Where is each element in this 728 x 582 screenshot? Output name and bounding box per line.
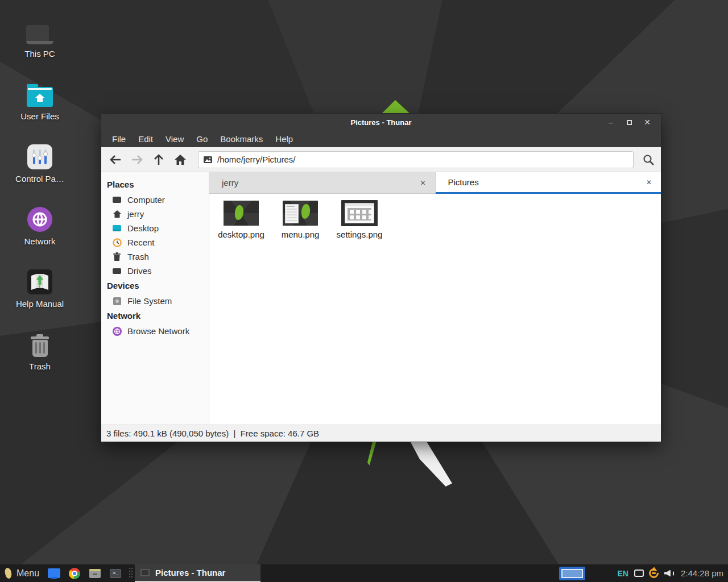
desktop-icon-label: Trash xyxy=(29,361,51,371)
back-icon xyxy=(110,155,121,164)
file-name: menu.png xyxy=(282,230,320,239)
desktop-icon-label: This PC xyxy=(24,49,55,59)
sidebar-item-label: Recent xyxy=(127,238,155,247)
thunar-window: Pictures - Thunar – ✕ File Edit View Go … xyxy=(101,114,661,442)
status-text: 3 files: 490.1 kB (490,050 bytes) | Free… xyxy=(106,429,319,438)
window-controls: – ✕ xyxy=(602,114,656,131)
desktop-icon-label: User Files xyxy=(20,111,59,121)
sidebar-item-desktop[interactable]: Desktop xyxy=(101,221,209,235)
map-arrow-glyph xyxy=(30,273,49,290)
thunar-task-icon xyxy=(140,569,150,576)
file-desktop-png[interactable]: desktop.png xyxy=(213,199,270,239)
image-icon xyxy=(204,156,212,163)
sidebar-item-label: Trash xyxy=(127,252,149,261)
file-menu-png[interactable]: menu.png xyxy=(272,199,329,239)
sidebar-item-jerry[interactable]: jerry xyxy=(101,207,209,221)
file-settings-png[interactable]: settings.png xyxy=(331,199,388,239)
desktop-icon-control-panel[interactable]: Control Pa… xyxy=(9,140,71,199)
titlebar[interactable]: Pictures - Thunar – ✕ xyxy=(101,114,661,131)
desktop-icon xyxy=(112,223,122,233)
tab-close-icon[interactable]: ✕ xyxy=(418,178,427,188)
search-button[interactable] xyxy=(636,147,661,172)
menu-file[interactable]: File xyxy=(106,132,132,146)
desktop-icon-network[interactable]: Network xyxy=(9,202,71,261)
maximize-icon xyxy=(627,120,632,125)
help-manual-icon xyxy=(27,265,52,294)
menu-bookmarks[interactable]: Bookmarks xyxy=(214,132,269,146)
tab-bar: jerry ✕ Pictures ✕ xyxy=(209,172,661,194)
task-button-thunar[interactable]: Pictures - Thunar xyxy=(135,564,260,582)
sidebar-item-label: Drives xyxy=(127,266,152,276)
sidebar-item-label: Computer xyxy=(127,195,165,205)
show-desktop-button[interactable] xyxy=(47,564,61,582)
up-button[interactable] xyxy=(148,149,169,171)
menu-help[interactable]: Help xyxy=(269,132,299,146)
minimize-button[interactable]: – xyxy=(602,114,620,131)
sidebar-item-computer[interactable]: Computer xyxy=(101,193,209,207)
sidebar-item-label: File System xyxy=(127,296,172,306)
tab-close-icon[interactable]: ✕ xyxy=(644,177,653,188)
window-body: Places Computer jerry Desktop xyxy=(101,172,661,425)
desktop-icon-user-files[interactable]: User Files xyxy=(9,77,71,136)
menu-view[interactable]: View xyxy=(159,132,190,146)
tab-label: Pictures xyxy=(448,177,644,187)
sidebar-item-browse-network[interactable]: Browse Network xyxy=(101,324,209,338)
close-button[interactable]: ✕ xyxy=(638,114,656,131)
desktop-icon-label: Network xyxy=(24,236,55,246)
terminal-launcher[interactable]: >_ xyxy=(109,564,122,582)
path-bar[interactable]: /home/jerry/Pictures/ xyxy=(198,151,634,168)
update-manager-icon[interactable] xyxy=(647,567,660,580)
task-button-label: Pictures - Thunar xyxy=(155,568,225,577)
sidebar-item-trash[interactable]: Trash xyxy=(101,250,209,264)
back-button[interactable] xyxy=(105,149,126,171)
tab-pictures[interactable]: Pictures ✕ xyxy=(436,172,661,194)
clock[interactable]: 2:44:28 pm xyxy=(681,568,723,578)
sidebar-item-recent[interactable]: Recent xyxy=(101,235,209,250)
menu-button[interactable]: Menu xyxy=(0,564,46,582)
show-desktop-icon xyxy=(48,568,60,578)
sidebar-item-label: jerry xyxy=(127,209,144,219)
desktop-icon-this-pc[interactable]: This PC xyxy=(9,15,71,74)
menu-go[interactable]: Go xyxy=(190,132,214,146)
menu-edit[interactable]: Edit xyxy=(132,132,159,146)
display-icon[interactable] xyxy=(634,569,644,577)
status-bar: 3 files: 490.1 kB (490,050 bytes) | Free… xyxy=(101,425,661,442)
up-icon xyxy=(154,154,163,165)
sidebar-item-file-system[interactable]: File System xyxy=(101,294,209,308)
forward-button[interactable] xyxy=(126,149,148,171)
window-title: Pictures - Thunar xyxy=(351,118,412,127)
network-globe-icon xyxy=(27,202,52,232)
tab-jerry[interactable]: jerry ✕ xyxy=(209,172,436,194)
maximize-button[interactable] xyxy=(620,114,638,131)
path-text: /home/jerry/Pictures/ xyxy=(217,155,296,164)
keyboard-layout-indicator[interactable]: EN xyxy=(617,569,628,578)
workspace-switcher[interactable] xyxy=(559,567,585,580)
toolbar: /home/jerry/Pictures/ xyxy=(101,147,661,172)
home-button[interactable] xyxy=(169,149,191,171)
user-files-folder-icon xyxy=(27,77,53,107)
desktop-icon-trash[interactable]: Trash xyxy=(9,327,71,386)
trash-icon xyxy=(31,327,49,357)
sidebar-item-drives[interactable]: Drives xyxy=(101,264,209,278)
browse-network-icon xyxy=(112,326,122,336)
browser-launcher[interactable] xyxy=(68,564,81,582)
desktop-icon-label: Help Manual xyxy=(16,299,64,309)
pc-icon xyxy=(26,15,53,44)
desktop-icon-help-manual[interactable]: Help Manual xyxy=(9,265,71,324)
tab-label: jerry xyxy=(222,178,418,188)
desktop: This PC User Files Control Pa… xyxy=(0,0,728,582)
forward-icon xyxy=(131,155,143,164)
file-name: desktop.png xyxy=(218,230,264,239)
sidebar-header-places: Places xyxy=(101,177,209,193)
taskbar: Menu >_ Pictures - Thunar EN 2:44:28 pm xyxy=(0,564,728,582)
sidebar: Places Computer jerry Desktop xyxy=(101,172,209,425)
computer-icon xyxy=(112,195,122,205)
terminal-icon: >_ xyxy=(110,569,121,578)
sidebar-header-network: Network xyxy=(101,308,209,324)
globe-glyph xyxy=(31,211,48,228)
home-icon xyxy=(175,155,186,165)
volume-icon[interactable] xyxy=(664,570,674,577)
file-manager-launcher[interactable] xyxy=(88,564,102,582)
panel-handle[interactable] xyxy=(129,568,133,579)
sidebar-item-label: Browse Network xyxy=(127,326,189,336)
